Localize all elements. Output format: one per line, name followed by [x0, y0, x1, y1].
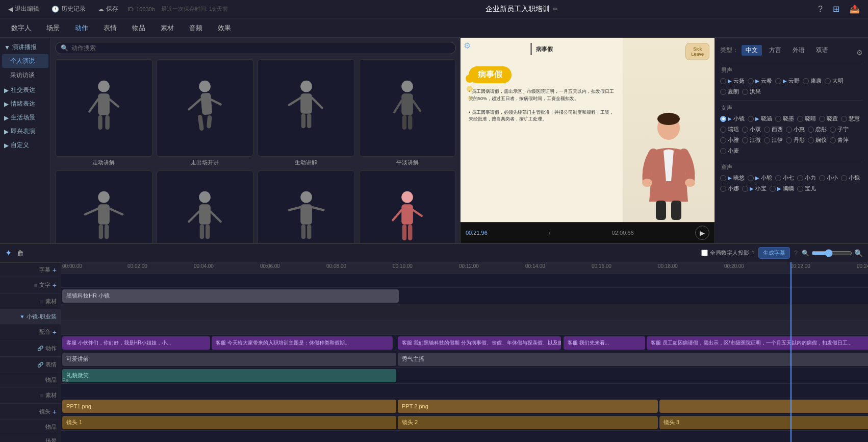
- voice-chip-baobao[interactable]: 宝儿: [797, 185, 816, 192]
- voice-chip-ruiyao[interactable]: 瑞瑶: [720, 126, 739, 133]
- nav-scene[interactable]: 场景: [40, 21, 66, 35]
- voice-chip-jiangyi[interactable]: 江伊: [764, 136, 783, 144]
- voice-chip-xiaoshuang[interactable]: 小双: [742, 126, 761, 133]
- sidebar-section-header-improv[interactable]: ▶ 即兴表演: [0, 125, 50, 138]
- voice-chip-xiaoya[interactable]: 小雅: [720, 136, 739, 144]
- voice-chip-zining[interactable]: 子宁: [830, 126, 849, 133]
- voice-chip-xiaohui[interactable]: 小惠: [786, 126, 805, 133]
- voice-chip-xiaobao[interactable]: ▶ 小宝: [742, 185, 767, 192]
- voice-chip-xianyi[interactable]: 娴仪: [808, 136, 827, 144]
- search-input[interactable]: [71, 44, 450, 52]
- voice-chip-xiaoxiao[interactable]: 小小: [819, 174, 838, 182]
- voice-play-yunxi[interactable]: ▶: [755, 78, 759, 84]
- play-button[interactable]: ▶: [695, 226, 709, 240]
- voice-chip-manman[interactable]: ▶ 瞒瞒: [770, 185, 794, 192]
- voice-chip-xiaotuo[interactable]: ▶ 小鸵: [748, 174, 772, 182]
- help-button[interactable]: ?: [815, 4, 826, 15]
- voice-chip-kangkang[interactable]: 康康: [803, 77, 822, 85]
- peiyin-track-3[interactable]: 客服 我们先来看...: [564, 336, 645, 350]
- delete-tool[interactable]: 🗑: [17, 249, 24, 257]
- lens-track-0[interactable]: 镜头 1: [62, 416, 396, 429]
- zoom-out-icon[interactable]: 🔍: [802, 250, 809, 257]
- sidebar-section-header-social[interactable]: ▶ 社交表达: [0, 84, 50, 96]
- voice-chip-yunyang[interactable]: ▶ 云扬: [720, 77, 745, 85]
- motion-item-2[interactable]: 生动讲解: [258, 59, 355, 166]
- voice-chip-xiaoli[interactable]: 小力: [797, 174, 816, 182]
- subtitle-help[interactable]: ?: [794, 250, 798, 257]
- preview-settings-icon[interactable]: ⚙: [464, 41, 471, 51]
- type-btn-foreign[interactable]: 外语: [788, 45, 809, 56]
- back-button[interactable]: ◀ 退出编辑: [5, 4, 42, 14]
- type-btn-dialect[interactable]: 方言: [765, 45, 785, 56]
- cursor-tool[interactable]: ✦: [5, 248, 12, 258]
- voice-play-xiaoyou[interactable]: ▶: [728, 175, 732, 181]
- action-track-1[interactable]: 秀气主播: [398, 353, 868, 366]
- sidebar-section-header-life[interactable]: ▶ 生活场景: [0, 111, 50, 124]
- motion-item-3[interactable]: 平淡讲解: [359, 59, 456, 166]
- sidebar-section-header-emotion[interactable]: ▶ 情绪表达: [0, 97, 50, 110]
- nav-action[interactable]: 动作: [69, 21, 94, 35]
- motion-item-1[interactable]: 走出场开讲: [157, 59, 254, 166]
- voice-chip-xixi[interactable]: 西西: [764, 126, 783, 133]
- zoom-slider[interactable]: [811, 249, 852, 257]
- material-track-2[interactable]: [659, 400, 868, 413]
- search-bar[interactable]: 🔍: [55, 42, 456, 54]
- voice-chip-xiaowei[interactable]: 小魏: [841, 174, 860, 182]
- motion-item-7[interactable]: 可爱讲解: [359, 170, 456, 243]
- add-lens-button[interactable]: +: [53, 408, 57, 416]
- voice-chip-xiaomo[interactable]: 晓墨: [775, 115, 794, 122]
- add-subtitle-button[interactable]: +: [53, 266, 57, 274]
- nav-expression[interactable]: 表情: [97, 21, 123, 35]
- zoom-in-icon[interactable]: 🔍: [854, 249, 863, 257]
- nav-digital-human[interactable]: 数字人: [5, 21, 37, 35]
- voice-play-manman[interactable]: ▶: [777, 186, 781, 191]
- voice-chip-xiaozhi[interactable]: 晓置: [819, 115, 838, 122]
- voice-chip-xiaoyou[interactable]: ▶ 晓悠: [720, 174, 745, 182]
- voice-chip-xiaona[interactable]: 小娜: [720, 185, 739, 192]
- motion-item-0[interactable]: 走动讲解: [55, 59, 152, 166]
- expression-track-0[interactable]: 礼貌微笑: [62, 369, 396, 382]
- voice-chip-xiaomai[interactable]: 小麦: [720, 147, 739, 155]
- voice-play-xiaohan[interactable]: ▶: [755, 116, 759, 121]
- motion-item-4[interactable]: 向前搀手: [55, 170, 152, 243]
- voice-chip-qingping[interactable]: 青萍: [830, 136, 849, 144]
- digital-human-checkbox[interactable]: 全局数字人投影 ?: [701, 249, 754, 257]
- material-track-1[interactable]: PPT 2.png: [398, 400, 658, 413]
- add-peiyin-button[interactable]: +: [53, 328, 57, 336]
- voice-chip-dantong[interactable]: 丹彤: [786, 136, 805, 144]
- sidebar-item-interview[interactable]: 采访访谈: [2, 68, 48, 82]
- peiyin-track-0[interactable]: 客服 小伙伴们，你们好，我是HR小姐姐，小...: [62, 336, 210, 350]
- lens-track-2[interactable]: 镜头 3: [659, 416, 868, 429]
- voice-chip-xiaoqi[interactable]: 小七: [775, 174, 794, 182]
- action-track-0[interactable]: 可爱讲解: [62, 353, 396, 366]
- voice-play-xiaotuo[interactable]: ▶: [755, 175, 759, 181]
- voice-chip-liantong[interactable]: 恋彤: [808, 126, 827, 133]
- save-button[interactable]: ☁ 保存: [95, 4, 121, 14]
- voice-chip-xialang[interactable]: 夏朗: [720, 88, 739, 95]
- export-button[interactable]: 📤: [847, 3, 863, 15]
- lens-track-1[interactable]: 镜头 2: [398, 416, 658, 429]
- voice-play-yunyang[interactable]: ▶: [728, 78, 732, 84]
- nav-effects[interactable]: 效果: [212, 21, 237, 35]
- generate-subtitle-button[interactable]: 生成字幕: [758, 247, 790, 259]
- voice-chip-jiangwei[interactable]: 江微: [742, 136, 761, 144]
- nav-props[interactable]: 物品: [126, 21, 151, 35]
- digital-human-help[interactable]: ?: [751, 250, 754, 256]
- peiyin-track-4[interactable]: 客服 员工如因病请假，需出示，区/市级医院证明，一个月五天以内的病假，扣发假日工…: [647, 336, 868, 350]
- voice-chip-xiaojing[interactable]: ▶ 小镜: [720, 115, 745, 122]
- material-track-0[interactable]: PPT1.png: [62, 400, 396, 413]
- edit-title-icon[interactable]: ✏: [553, 6, 558, 13]
- voice-play-yunye[interactable]: ▶: [783, 78, 787, 84]
- voice-chip-xiaohan[interactable]: ▶ 晓涵: [748, 115, 772, 122]
- collapse-icon-avatar[interactable]: ▼: [19, 314, 24, 320]
- voice-play-xiaojing[interactable]: ▶: [728, 116, 732, 121]
- layout-button[interactable]: ⊞: [830, 3, 843, 15]
- history-button[interactable]: 🕐 历史记录: [48, 4, 89, 14]
- add-text-button[interactable]: +: [53, 281, 57, 289]
- voice-chip-hongguo[interactable]: 洪果: [742, 88, 761, 95]
- motion-item-6[interactable]: 重点强调: [258, 170, 355, 243]
- peiyin-track-1[interactable]: 客服 今天给大家带来的入职培训主题是：休假种类和假期...: [212, 336, 393, 350]
- voice-chip-daming[interactable]: 大明: [825, 77, 844, 85]
- voice-play-xiaobao[interactable]: ▶: [750, 186, 754, 191]
- sidebar-section-header-bofan[interactable]: ▼ 演讲播报: [0, 41, 50, 54]
